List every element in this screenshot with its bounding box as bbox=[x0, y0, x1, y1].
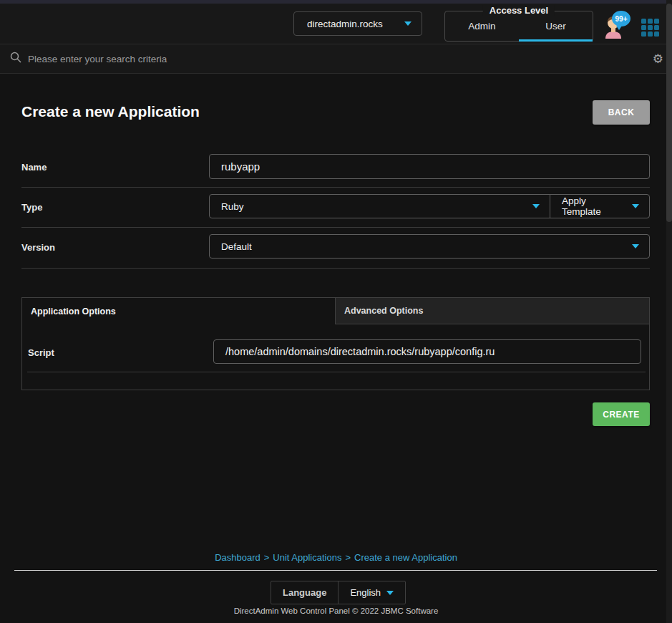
search-icon bbox=[10, 52, 21, 66]
domain-selector-value: directadmin.rocks bbox=[307, 19, 383, 29]
access-level-toggle: Access Level Admin User bbox=[444, 11, 593, 42]
type-select[interactable]: Ruby bbox=[209, 194, 550, 218]
tab-advanced-options[interactable]: Advanced Options bbox=[336, 297, 650, 324]
chevron-down-icon bbox=[632, 244, 639, 248]
name-field-label: Name bbox=[21, 162, 47, 173]
domain-selector[interactable]: directadmin.rocks bbox=[293, 11, 422, 36]
script-field-label: Script bbox=[28, 347, 54, 358]
language-dropdown[interactable]: English bbox=[339, 581, 405, 604]
row-divider bbox=[21, 187, 650, 188]
apply-template-dropdown[interactable]: Apply Template bbox=[550, 194, 650, 218]
chevron-down-icon bbox=[404, 21, 412, 26]
access-level-active-underline bbox=[519, 39, 593, 42]
script-input[interactable] bbox=[213, 339, 641, 364]
breadcrumb-current-page[interactable]: Create a new Application bbox=[354, 552, 457, 563]
breadcrumb: Dashboard>Unit Applications>Create a new… bbox=[0, 552, 672, 563]
apps-grid-icon[interactable] bbox=[641, 19, 660, 37]
row-divider bbox=[21, 268, 650, 269]
panel-divider bbox=[27, 372, 646, 372]
header-bar: directadmin.rocks Access Level Admin Use… bbox=[0, 4, 672, 44]
breadcrumb-separator: > bbox=[345, 552, 351, 563]
scrollbar-thumb[interactable] bbox=[666, 4, 672, 222]
version-field-label: Version bbox=[21, 242, 55, 253]
version-select-value: Default bbox=[221, 241, 252, 252]
breadcrumb-link-dashboard[interactable]: Dashboard bbox=[215, 552, 260, 563]
breadcrumb-link-unit-applications[interactable]: Unit Applications bbox=[273, 552, 341, 563]
search-bar: ⚙ bbox=[0, 44, 672, 74]
search-input[interactable] bbox=[28, 54, 653, 64]
chevron-down-icon bbox=[532, 204, 540, 208]
page-title: Create a new Application bbox=[21, 103, 200, 120]
footer-divider bbox=[14, 570, 657, 571]
chevron-down-icon bbox=[386, 591, 394, 595]
name-input[interactable] bbox=[209, 154, 650, 179]
create-button[interactable]: CREATE bbox=[593, 402, 650, 426]
notification-badge[interactable]: 99+ bbox=[612, 11, 630, 26]
access-level-user-button[interactable]: User bbox=[519, 11, 593, 41]
language-selector: Language English bbox=[271, 581, 406, 604]
application-options-panel: Script bbox=[21, 324, 650, 390]
type-field-label: Type bbox=[21, 202, 42, 213]
back-button[interactable]: BACK bbox=[593, 100, 650, 125]
breadcrumb-separator: > bbox=[264, 552, 270, 563]
copyright-text: DirectAdmin Web Control Panel © 2022 JBM… bbox=[0, 607, 672, 615]
access-level-admin-button[interactable]: Admin bbox=[445, 11, 519, 41]
row-divider bbox=[21, 227, 650, 228]
language-label: Language bbox=[271, 581, 339, 604]
type-select-value: Ruby bbox=[221, 201, 244, 212]
directadmin-app: directadmin.rocks Access Level Admin Use… bbox=[0, 0, 672, 623]
tab-application-options[interactable]: Application Options bbox=[21, 297, 336, 324]
chevron-down-icon bbox=[632, 204, 639, 208]
gear-icon[interactable]: ⚙ bbox=[653, 53, 663, 65]
language-value: English bbox=[350, 587, 381, 598]
apply-template-label: Apply Template bbox=[562, 195, 625, 217]
scrollbar-track[interactable] bbox=[666, 0, 672, 623]
version-select[interactable]: Default bbox=[209, 234, 650, 259]
